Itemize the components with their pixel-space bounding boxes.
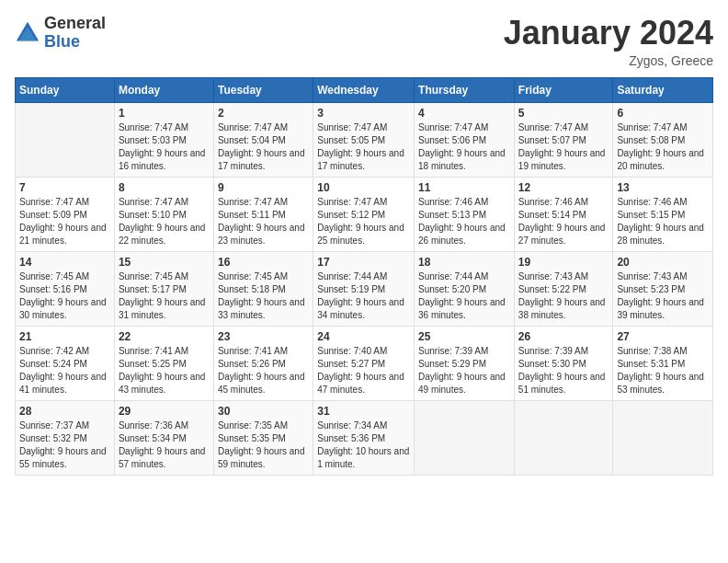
calendar-cell: 24Sunrise: 7:40 AMSunset: 5:27 PMDayligh… <box>313 326 415 400</box>
day-number: 17 <box>317 256 410 269</box>
cell-info: Sunrise: 7:35 AMSunset: 5:35 PMDaylight:… <box>218 419 309 471</box>
day-of-week-header: Sunday <box>16 77 115 102</box>
cell-info: Sunrise: 7:36 AMSunset: 5:34 PMDaylight:… <box>119 419 210 471</box>
page-header: General Blue January 2024 Zygos, Greece <box>15 15 713 68</box>
calendar-week-row: 7Sunrise: 7:47 AMSunset: 5:09 PMDaylight… <box>16 177 713 251</box>
cell-info: Sunrise: 7:43 AMSunset: 5:23 PMDaylight:… <box>617 270 709 322</box>
day-of-week-header: Friday <box>514 77 613 102</box>
cell-info: Sunrise: 7:45 AMSunset: 5:17 PMDaylight:… <box>119 270 210 322</box>
calendar-cell: 7Sunrise: 7:47 AMSunset: 5:09 PMDaylight… <box>16 177 115 251</box>
cell-info: Sunrise: 7:34 AMSunset: 5:36 PMDaylight:… <box>317 419 410 471</box>
day-number: 30 <box>218 405 309 418</box>
day-number: 5 <box>518 107 609 120</box>
calendar-cell <box>613 400 713 475</box>
cell-info: Sunrise: 7:41 AMSunset: 5:25 PMDaylight:… <box>119 345 210 396</box>
title-block: January 2024 Zygos, Greece <box>504 15 713 68</box>
day-of-week-header: Wednesday <box>313 77 415 102</box>
calendar-header-row: SundayMondayTuesdayWednesdayThursdayFrid… <box>16 77 713 102</box>
calendar-cell: 6Sunrise: 7:47 AMSunset: 5:08 PMDaylight… <box>613 102 713 177</box>
cell-info: Sunrise: 7:44 AMSunset: 5:20 PMDaylight:… <box>418 270 510 322</box>
day-number: 20 <box>617 256 709 269</box>
calendar-cell <box>16 102 115 177</box>
calendar-cell: 12Sunrise: 7:46 AMSunset: 5:14 PMDayligh… <box>514 177 613 251</box>
logo-icon <box>15 20 40 46</box>
day-of-week-header: Monday <box>114 77 213 102</box>
calendar-cell: 16Sunrise: 7:45 AMSunset: 5:18 PMDayligh… <box>213 251 313 326</box>
cell-info: Sunrise: 7:42 AMSunset: 5:24 PMDaylight:… <box>19 345 110 396</box>
cell-info: Sunrise: 7:39 AMSunset: 5:30 PMDaylight:… <box>518 345 609 396</box>
day-number: 16 <box>218 256 309 269</box>
day-number: 8 <box>119 181 210 194</box>
logo-blue: Blue <box>44 33 106 52</box>
cell-info: Sunrise: 7:39 AMSunset: 5:29 PMDaylight:… <box>418 345 510 396</box>
day-number: 23 <box>218 330 309 343</box>
day-number: 3 <box>317 107 410 120</box>
calendar-week-row: 14Sunrise: 7:45 AMSunset: 5:16 PMDayligh… <box>16 251 713 326</box>
day-number: 29 <box>119 405 210 418</box>
day-number: 27 <box>617 330 709 343</box>
calendar-cell: 13Sunrise: 7:46 AMSunset: 5:15 PMDayligh… <box>613 177 713 251</box>
calendar-cell: 28Sunrise: 7:37 AMSunset: 5:32 PMDayligh… <box>16 400 115 475</box>
cell-info: Sunrise: 7:37 AMSunset: 5:32 PMDaylight:… <box>19 419 110 471</box>
day-number: 2 <box>218 107 309 120</box>
day-number: 7 <box>19 181 110 194</box>
calendar-cell: 26Sunrise: 7:39 AMSunset: 5:30 PMDayligh… <box>514 326 613 400</box>
calendar-cell: 31Sunrise: 7:34 AMSunset: 5:36 PMDayligh… <box>313 400 415 475</box>
cell-info: Sunrise: 7:41 AMSunset: 5:26 PMDaylight:… <box>218 345 309 396</box>
day-number: 11 <box>418 181 510 194</box>
day-number: 19 <box>518 256 609 269</box>
calendar-cell: 19Sunrise: 7:43 AMSunset: 5:22 PMDayligh… <box>514 251 613 326</box>
location: Zygos, Greece <box>504 53 713 68</box>
day-number: 21 <box>19 330 110 343</box>
cell-info: Sunrise: 7:44 AMSunset: 5:19 PMDaylight:… <box>317 270 410 322</box>
calendar-cell: 23Sunrise: 7:41 AMSunset: 5:26 PMDayligh… <box>213 326 313 400</box>
day-number: 14 <box>19 256 110 269</box>
calendar-cell: 4Sunrise: 7:47 AMSunset: 5:06 PMDaylight… <box>415 102 515 177</box>
calendar-cell: 10Sunrise: 7:47 AMSunset: 5:12 PMDayligh… <box>313 177 415 251</box>
day-number: 9 <box>218 181 309 194</box>
calendar-cell: 18Sunrise: 7:44 AMSunset: 5:20 PMDayligh… <box>415 251 515 326</box>
calendar-cell: 21Sunrise: 7:42 AMSunset: 5:24 PMDayligh… <box>16 326 115 400</box>
calendar-week-row: 28Sunrise: 7:37 AMSunset: 5:32 PMDayligh… <box>16 400 713 475</box>
cell-info: Sunrise: 7:43 AMSunset: 5:22 PMDaylight:… <box>518 270 609 322</box>
cell-info: Sunrise: 7:47 AMSunset: 5:07 PMDaylight:… <box>518 121 609 173</box>
calendar-cell: 30Sunrise: 7:35 AMSunset: 5:35 PMDayligh… <box>213 400 313 475</box>
calendar-cell: 20Sunrise: 7:43 AMSunset: 5:23 PMDayligh… <box>613 251 713 326</box>
calendar-cell: 2Sunrise: 7:47 AMSunset: 5:04 PMDaylight… <box>213 102 313 177</box>
day-number: 10 <box>317 181 410 194</box>
day-number: 22 <box>119 330 210 343</box>
calendar-week-row: 1Sunrise: 7:47 AMSunset: 5:03 PMDaylight… <box>16 102 713 177</box>
month-title: January 2024 <box>504 15 713 52</box>
day-number: 18 <box>418 256 510 269</box>
cell-info: Sunrise: 7:45 AMSunset: 5:16 PMDaylight:… <box>19 270 110 322</box>
day-number: 13 <box>617 181 709 194</box>
cell-info: Sunrise: 7:47 AMSunset: 5:04 PMDaylight:… <box>218 121 309 173</box>
day-number: 25 <box>418 330 510 343</box>
calendar-cell: 17Sunrise: 7:44 AMSunset: 5:19 PMDayligh… <box>313 251 415 326</box>
cell-info: Sunrise: 7:45 AMSunset: 5:18 PMDaylight:… <box>218 270 309 322</box>
day-number: 12 <box>518 181 609 194</box>
day-number: 31 <box>317 405 410 418</box>
calendar-cell <box>415 400 515 475</box>
day-of-week-header: Saturday <box>613 77 713 102</box>
day-number: 15 <box>119 256 210 269</box>
cell-info: Sunrise: 7:47 AMSunset: 5:10 PMDaylight:… <box>119 196 210 247</box>
calendar-cell: 3Sunrise: 7:47 AMSunset: 5:05 PMDaylight… <box>313 102 415 177</box>
day-number: 4 <box>418 107 510 120</box>
calendar-cell: 15Sunrise: 7:45 AMSunset: 5:17 PMDayligh… <box>114 251 213 326</box>
day-of-week-header: Tuesday <box>213 77 313 102</box>
calendar-cell <box>514 400 613 475</box>
day-number: 26 <box>518 330 609 343</box>
calendar-cell: 29Sunrise: 7:36 AMSunset: 5:34 PMDayligh… <box>114 400 213 475</box>
calendar-table: SundayMondayTuesdayWednesdayThursdayFrid… <box>15 77 713 476</box>
cell-info: Sunrise: 7:47 AMSunset: 5:08 PMDaylight:… <box>617 121 709 173</box>
calendar-cell: 8Sunrise: 7:47 AMSunset: 5:10 PMDaylight… <box>114 177 213 251</box>
calendar-cell: 9Sunrise: 7:47 AMSunset: 5:11 PMDaylight… <box>213 177 313 251</box>
day-number: 6 <box>617 107 709 120</box>
calendar-cell: 5Sunrise: 7:47 AMSunset: 5:07 PMDaylight… <box>514 102 613 177</box>
cell-info: Sunrise: 7:38 AMSunset: 5:31 PMDaylight:… <box>617 345 709 396</box>
day-of-week-header: Thursday <box>415 77 515 102</box>
cell-info: Sunrise: 7:47 AMSunset: 5:12 PMDaylight:… <box>317 196 410 247</box>
day-number: 24 <box>317 330 410 343</box>
calendar-cell: 11Sunrise: 7:46 AMSunset: 5:13 PMDayligh… <box>415 177 515 251</box>
